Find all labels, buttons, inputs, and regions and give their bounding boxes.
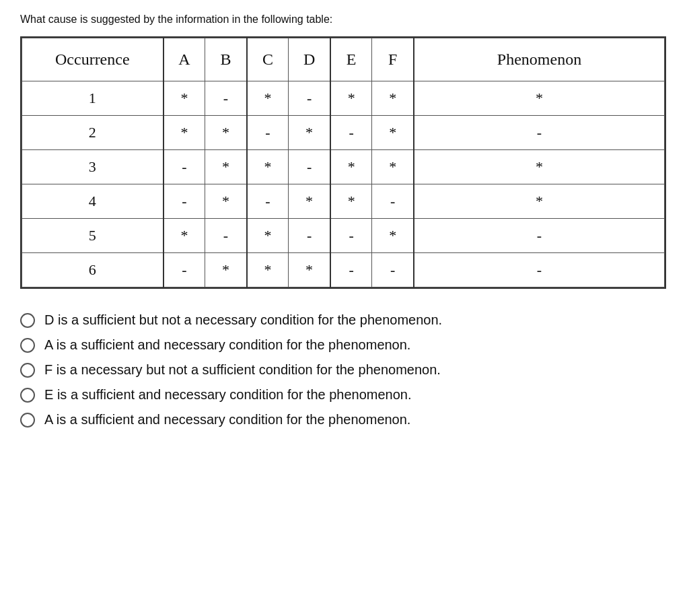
header-b: B — [205, 38, 247, 81]
table-row: 4-*-**-* — [22, 184, 665, 219]
row-2-factor-b: * — [205, 116, 247, 150]
row-6-factor-c: * — [247, 253, 289, 287]
row-1-factor-d: - — [289, 81, 330, 116]
row-5-factor-b: - — [205, 219, 247, 253]
row-5-factor-e: - — [330, 219, 372, 253]
row-3-factor-a: - — [164, 150, 205, 184]
row-1-factor-e: * — [330, 81, 372, 116]
row-2-occurrence: 2 — [22, 116, 164, 150]
option-label-5: A is a sufficient and necessary conditio… — [44, 412, 410, 427]
header-f: F — [372, 38, 414, 81]
options-container: D is a sufficient but not a necessary co… — [20, 312, 669, 427]
table-body: 1*-*-***2**-*-*-3-**-***4-*-**-*5*-*--*-… — [22, 81, 665, 287]
option-radio-4[interactable] — [20, 388, 35, 403]
row-1-factor-b: - — [205, 81, 247, 116]
row-6-factor-b: * — [205, 253, 247, 287]
row-2-factor-f: * — [372, 116, 414, 150]
row-6-factor-a: - — [164, 253, 205, 287]
option-item-4: E is a sufficient and necessary conditio… — [20, 387, 669, 403]
option-radio-5[interactable] — [20, 413, 35, 427]
row-6-phenomenon: - — [414, 253, 665, 287]
row-3-factor-c: * — [247, 150, 289, 184]
row-5-factor-f: * — [372, 219, 414, 253]
question-text: What cause is suggested by the informati… — [20, 13, 669, 26]
row-6-occurrence: 6 — [22, 253, 164, 287]
row-4-factor-d: * — [289, 184, 330, 219]
table-row: 6-***--- — [22, 253, 665, 287]
row-4-factor-b: * — [205, 184, 247, 219]
header-d: D — [289, 38, 330, 81]
row-4-factor-c: - — [247, 184, 289, 219]
row-1-occurrence: 1 — [22, 81, 164, 116]
row-1-factor-c: * — [247, 81, 289, 116]
row-2-factor-e: - — [330, 116, 372, 150]
row-3-occurrence: 3 — [22, 150, 164, 184]
option-item-3: F is a necessary but not a sufficient co… — [20, 362, 669, 378]
option-item-2: A is a sufficient and necessary conditio… — [20, 337, 669, 353]
table-row: 5*-*--*- — [22, 219, 665, 253]
row-4-factor-e: * — [330, 184, 372, 219]
option-label-4: E is a sufficient and necessary conditio… — [44, 387, 412, 403]
row-1-factor-f: * — [372, 81, 414, 116]
row-6-factor-e: - — [330, 253, 372, 287]
header-phenomenon: Phenomenon — [414, 38, 665, 81]
row-5-factor-d: - — [289, 219, 330, 253]
row-3-factor-b: * — [205, 150, 247, 184]
header-c: C — [247, 38, 289, 81]
header-e: E — [330, 38, 372, 81]
table-row: 1*-*-*** — [22, 81, 665, 116]
row-2-factor-c: - — [247, 116, 289, 150]
option-label-1: D is a sufficient but not a necessary co… — [44, 312, 442, 328]
row-5-factor-a: * — [164, 219, 205, 253]
option-radio-3[interactable] — [20, 363, 35, 378]
causal-table: Occurrence A B C D E F Phenomenon 1*-*-*… — [22, 38, 665, 287]
row-6-factor-d: * — [289, 253, 330, 287]
row-4-factor-f: - — [372, 184, 414, 219]
option-radio-1[interactable] — [20, 313, 35, 328]
row-2-factor-d: * — [289, 116, 330, 150]
row-5-occurrence: 5 — [22, 219, 164, 253]
header-a: A — [164, 38, 205, 81]
option-item-5: A is a sufficient and necessary conditio… — [20, 412, 669, 427]
row-4-occurrence: 4 — [22, 184, 164, 219]
row-4-phenomenon: * — [414, 184, 665, 219]
option-label-2: A is a sufficient and necessary conditio… — [44, 337, 410, 353]
options-section: D is a sufficient but not a necessary co… — [20, 312, 669, 427]
row-1-phenomenon: * — [414, 81, 665, 116]
row-4-factor-a: - — [164, 184, 205, 219]
row-2-factor-a: * — [164, 116, 205, 150]
option-item-1: D is a sufficient but not a necessary co… — [20, 312, 669, 328]
row-2-phenomenon: - — [414, 116, 665, 150]
row-3-factor-d: - — [289, 150, 330, 184]
row-3-factor-f: * — [372, 150, 414, 184]
table-row: 3-**-*** — [22, 150, 665, 184]
table-header-row: Occurrence A B C D E F Phenomenon — [22, 38, 665, 81]
row-6-factor-f: - — [372, 253, 414, 287]
option-label-3: F is a necessary but not a sufficient co… — [44, 362, 441, 378]
option-radio-2[interactable] — [20, 338, 35, 353]
row-5-phenomenon: - — [414, 219, 665, 253]
header-occurrence: Occurrence — [22, 38, 164, 81]
row-5-factor-c: * — [247, 219, 289, 253]
row-3-phenomenon: * — [414, 150, 665, 184]
table-row: 2**-*-*- — [22, 116, 665, 150]
main-table-wrapper: Occurrence A B C D E F Phenomenon 1*-*-*… — [20, 36, 666, 289]
row-3-factor-e: * — [330, 150, 372, 184]
row-1-factor-a: * — [164, 81, 205, 116]
